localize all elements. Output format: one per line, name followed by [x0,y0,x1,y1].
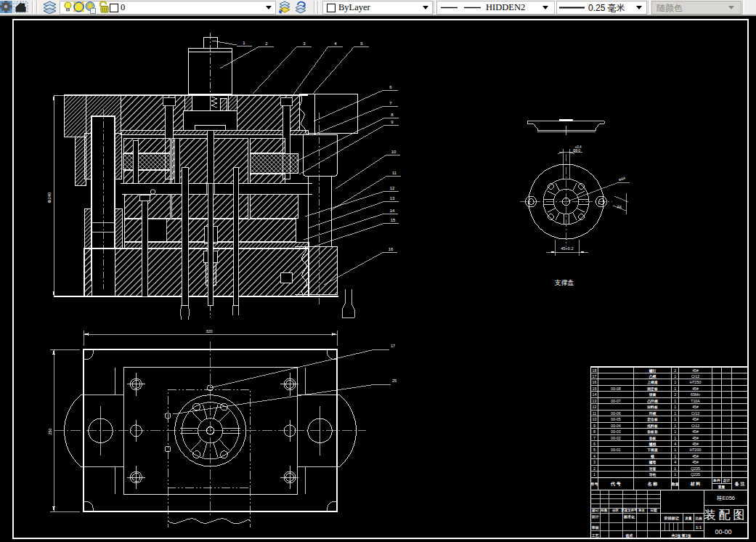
svg-text:45#: 45# [692,368,699,373]
svg-text:桂E056: 桂E056 [716,495,735,501]
svg-text:00-08: 00-08 [611,387,620,391]
svg-text:Q235: Q235 [691,466,700,471]
svg-text:2: 2 [593,466,596,471]
svg-text:Φ240: Φ240 [47,192,52,203]
svg-text:1: 1 [674,424,676,428]
svg-text:00-05: 00-05 [611,417,620,421]
svg-text:代 号: 代 号 [610,481,621,487]
svg-text:凸凹模: 凸凹模 [647,399,658,403]
svg-text:45#: 45# [692,387,699,391]
svg-text:总计: 总计 [723,478,731,483]
svg-text:质量: 质量 [684,516,692,520]
svg-text:45#: 45# [692,460,699,464]
svg-text:45#: 45# [692,436,699,440]
svg-text:导套: 导套 [649,466,657,472]
svg-text:批准: 批准 [625,533,633,538]
svg-text:Cr12: Cr12 [691,374,699,379]
svg-text:T10A: T10A [691,399,700,403]
svg-text:HT200: HT200 [690,448,702,452]
svg-text:1: 1 [674,411,676,416]
svg-text:45#: 45# [692,454,699,458]
svg-text:HT250: HT250 [690,380,702,384]
svg-text:支撑盘: 支撑盘 [555,279,574,286]
svg-text:Cr12: Cr12 [691,424,699,428]
svg-text:10: 10 [593,417,597,421]
svg-text:定位板: 定位板 [646,417,658,422]
svg-text:1: 1 [674,466,676,471]
svg-text:13: 13 [390,196,395,201]
svg-text:2: 2 [674,368,676,373]
svg-text:14: 14 [390,209,395,213]
svg-text:分区: 分区 [611,508,619,513]
svg-text:15: 15 [593,387,597,391]
svg-text:1: 1 [674,448,676,452]
svg-text:处数: 处数 [601,508,609,512]
svg-text:12: 12 [390,186,395,190]
svg-text:1: 1 [674,454,676,458]
svg-text:1: 1 [674,399,676,403]
svg-text:销: 销 [650,454,654,459]
svg-text:Cr12: Cr12 [691,411,699,416]
svg-text:下模座: 下模座 [646,448,658,452]
svg-text:2: 2 [674,392,676,397]
svg-text:卸料板: 卸料板 [646,405,658,409]
svg-text:65Mn: 65Mn [691,392,700,397]
svg-text:标准化: 标准化 [623,514,635,519]
svg-text:00-07: 00-07 [611,399,620,403]
svg-text:重量: 重量 [718,485,725,489]
svg-text:12: 12 [593,405,597,409]
svg-text:名 称: 名 称 [647,481,659,487]
svg-text:日期: 日期 [651,508,658,513]
svg-text:垫板垫: 垫板垫 [646,429,658,434]
svg-text:Q235: Q235 [691,472,700,477]
svg-text:00-02: 00-02 [611,436,620,440]
svg-text:装配图: 装配图 [704,509,748,521]
svg-text:45#: 45# [692,405,699,409]
svg-text:45+0.2: 45+0.2 [561,246,574,251]
svg-text:00-01: 00-01 [611,448,620,452]
svg-text:固定板: 固定板 [647,387,658,392]
svg-text:13: 13 [593,399,597,403]
svg-text:7: 7 [593,436,596,440]
svg-text:螺钉: 螺钉 [649,368,657,373]
svg-text:1: 1 [593,472,596,477]
svg-text:4: 4 [674,442,676,446]
svg-text:18: 18 [593,368,597,373]
svg-text:更改文件号: 更改文件号 [621,508,638,513]
svg-text:标记: 标记 [591,508,599,513]
svg-text:16: 16 [593,380,597,384]
svg-text:1: 1 [674,387,676,391]
svg-text:6: 6 [593,442,596,446]
svg-text:4: 4 [674,460,676,464]
svg-text:螺栰: 螺栰 [649,442,657,447]
svg-text:45#: 45# [692,429,699,434]
svg-text:1:1: 1:1 [696,525,702,530]
svg-text:共1张 第1张: 共1张 第1张 [671,533,692,538]
svg-text:R4: R4 [617,206,622,209]
svg-text:1: 1 [674,380,676,384]
svg-text:阶段标记: 阶段标记 [664,516,680,521]
svg-text:螺母: 螺母 [649,460,657,465]
svg-text:17: 17 [593,374,597,379]
svg-text:00-04: 00-04 [611,424,620,428]
svg-text:材 料: 材 料 [690,481,701,487]
svg-text:凹模: 凹模 [649,411,657,416]
svg-text:15: 15 [391,218,396,222]
svg-text:25: 25 [392,379,397,383]
svg-text:9: 9 [593,424,596,428]
svg-text:45#: 45# [692,417,699,421]
svg-text:Φ8-0: Φ8-0 [573,149,581,153]
svg-text:250: 250 [48,428,52,434]
svg-text:3: 3 [593,460,596,464]
svg-text:1: 1 [674,429,676,434]
svg-text:备 注: 备 注 [734,481,745,487]
svg-text:1: 1 [674,436,676,440]
svg-text:上模座: 上模座 [646,380,658,384]
svg-text:10: 10 [391,150,397,154]
svg-text:14: 14 [593,392,597,397]
svg-text:审核: 审核 [592,525,599,530]
svg-text:1: 1 [674,417,676,421]
svg-text:托料板: 托料板 [646,424,658,429]
svg-text:4: 4 [593,454,596,458]
svg-text:垫板: 垫板 [649,436,657,441]
